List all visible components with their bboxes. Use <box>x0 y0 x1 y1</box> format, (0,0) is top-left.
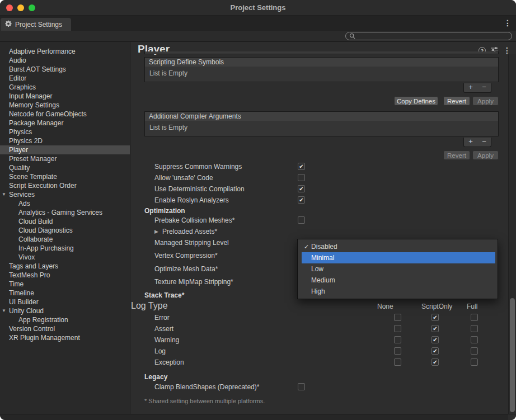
sidebar-item-label: Preset Manager <box>9 155 57 163</box>
sidebar-item-ads[interactable]: Ads <box>0 199 130 208</box>
sidebar-item-preset-manager[interactable]: Preset Manager <box>0 154 130 163</box>
checkbox[interactable]: ✔ <box>298 163 305 170</box>
setting-row-suppress-common-warnings: Suppress Common Warnings✔ <box>131 161 505 172</box>
search-input[interactable] <box>358 32 508 40</box>
foldout-expanded-icon[interactable]: ▼ <box>2 306 6 315</box>
revert-button[interactable]: Revert <box>443 96 470 106</box>
foldout-expanded-icon[interactable]: ▼ <box>2 190 6 199</box>
sidebar-item-label: Cloud Build <box>18 218 53 225</box>
checkbox[interactable] <box>394 358 401 366</box>
sidebar-item-quality[interactable]: Quality <box>0 163 130 172</box>
checkbox[interactable] <box>471 336 478 343</box>
checkbox[interactable] <box>298 216 305 224</box>
checkbox[interactable] <box>394 347 401 355</box>
sidebar-item-textmesh-pro[interactable]: TextMesh Pro <box>0 271 130 280</box>
dropdown-option-medium[interactable]: Medium <box>302 275 495 286</box>
sidebar-item-adaptive-performance[interactable]: Adaptive Performance <box>0 47 130 56</box>
partial-field <box>144 51 499 54</box>
checkbox[interactable]: ✔ <box>298 185 305 192</box>
checkbox[interactable]: ✔ <box>431 358 439 366</box>
sidebar-item-memory-settings[interactable]: Memory Settings <box>0 101 130 110</box>
sidebar-item-collaborate[interactable]: Collaborate <box>0 235 130 244</box>
sidebar-item-cloud-diagnostics[interactable]: Cloud Diagnostics <box>0 226 130 235</box>
stacktrace-row-label: Warning <box>154 336 179 344</box>
sidebar-item-player[interactable]: Player <box>0 145 130 154</box>
sidebar-item-package-manager[interactable]: Package Manager <box>0 119 130 128</box>
window-title: Project Settings <box>0 0 516 16</box>
sidebar-item-burst-aot-settings[interactable]: Burst AOT Settings <box>0 65 130 74</box>
checkbox[interactable] <box>298 174 305 181</box>
sidebar-item-version-control[interactable]: Version Control <box>0 324 130 333</box>
search-field[interactable] <box>345 32 512 40</box>
add-button[interactable]: + <box>464 83 477 92</box>
scripting-define-symbols-list: List is Empty <box>144 67 499 82</box>
copy-defines-button[interactable]: Copy Defines <box>394 96 438 106</box>
sidebar-item-analytics-gaming-services[interactable]: Analytics - Gaming Services <box>0 208 130 217</box>
sidebar-item-time[interactable]: Time <box>0 280 130 289</box>
tab-project-settings[interactable]: Project Settings <box>1 18 71 31</box>
sidebar-item-scene-template[interactable]: Scene Template <box>0 172 130 181</box>
dropdown-option-disabled[interactable]: ✓Disabled <box>302 241 495 252</box>
checkbox[interactable] <box>471 358 478 366</box>
sidebar-item-audio[interactable]: Audio <box>0 56 130 65</box>
sidebar-item-timeline[interactable]: Timeline <box>0 289 130 298</box>
checkbox[interactable] <box>394 314 401 321</box>
preloaded-assets-row: ▶ Preloaded Assets* <box>131 226 505 237</box>
checkbox[interactable]: ✔ <box>431 314 439 321</box>
tab-menu-icon[interactable]: ⋮ <box>504 19 512 27</box>
sidebar-item-editor[interactable]: Editor <box>0 74 130 83</box>
sidebar-item-label: Netcode for GameObjects <box>9 110 87 118</box>
sidebar-item-services[interactable]: ▼Services <box>0 190 130 199</box>
sidebar-item-vivox[interactable]: Vivox <box>0 253 130 262</box>
checkbox[interactable]: ✔ <box>431 336 439 343</box>
sidebar-item-label: Timeline <box>9 289 34 297</box>
sidebar-item-unity-cloud[interactable]: ▼Unity Cloud <box>0 306 130 315</box>
scrollbar-thumb[interactable] <box>510 298 515 412</box>
dropdown-option-minimal[interactable]: Minimal <box>302 252 495 263</box>
checkbox[interactable]: ✔ <box>431 325 439 332</box>
sidebar-item-cloud-build[interactable]: Cloud Build <box>0 217 130 226</box>
checkbox[interactable] <box>298 383 305 390</box>
sidebar-item-tags-and-layers[interactable]: Tags and Layers <box>0 262 130 271</box>
sidebar-item-physics[interactable]: Physics <box>0 128 130 136</box>
sidebar-item-script-execution-order[interactable]: Script Execution Order <box>0 181 130 190</box>
sidebar-list: Adaptive PerformanceAudioBurst AOT Setti… <box>0 47 130 342</box>
stacktrace-row-log: Log✔ <box>131 346 505 357</box>
panel-menu-icon[interactable]: ⋮ <box>503 46 511 54</box>
foldout-collapsed-icon[interactable]: ▶ <box>154 229 158 234</box>
sidebar-item-label: Tags and Layers <box>9 262 58 270</box>
zoom-button[interactable] <box>29 4 35 11</box>
dropdown-option-high[interactable]: High <box>302 286 495 297</box>
revert-button[interactable]: Revert <box>443 150 470 160</box>
sidebar-item-physics-2d[interactable]: Physics 2D <box>0 136 130 145</box>
checkbox[interactable] <box>394 336 401 343</box>
dropdown-option-label: High <box>311 286 325 297</box>
checkbox[interactable] <box>394 325 401 332</box>
checkbox[interactable]: ✔ <box>298 196 305 204</box>
sidebar-item-graphics[interactable]: Graphics <box>0 83 130 92</box>
checkbox[interactable] <box>471 325 478 332</box>
remove-button[interactable]: − <box>477 83 491 92</box>
checkbox[interactable] <box>471 314 478 321</box>
sidebar-item-ui-builder[interactable]: UI Builder <box>0 298 130 306</box>
setting-row-use-deterministic-compilation: Use Deterministic Compilation✔ <box>131 183 505 195</box>
checkbox[interactable]: ✔ <box>431 347 439 355</box>
search-icon <box>349 31 355 41</box>
sidebar-item-in-app-purchasing[interactable]: In-App Purchasing <box>0 244 130 253</box>
sidebar-item-input-manager[interactable]: Input Manager <box>0 92 130 101</box>
sidebar-item-netcode-for-gameobjects[interactable]: Netcode for GameObjects <box>0 110 130 119</box>
column-header-full: Full <box>467 303 477 310</box>
close-button[interactable] <box>6 4 13 11</box>
apply-button[interactable]: Apply <box>472 96 499 106</box>
apply-button[interactable]: Apply <box>472 150 499 160</box>
remove-button[interactable]: − <box>477 138 491 147</box>
tab-label: Project Settings <box>15 21 62 29</box>
setting-label: Suppress Common Warnings <box>154 163 242 171</box>
sidebar-item-label: Unity Cloud <box>9 307 44 315</box>
minimize-button[interactable] <box>17 4 24 11</box>
sidebar-item-xr-plugin-management[interactable]: XR Plugin Management <box>0 333 130 342</box>
checkbox[interactable] <box>471 347 478 355</box>
add-button[interactable]: + <box>464 138 477 147</box>
sidebar-item-app-registration[interactable]: App Registration <box>0 315 130 324</box>
dropdown-option-low[interactable]: Low <box>302 263 495 275</box>
